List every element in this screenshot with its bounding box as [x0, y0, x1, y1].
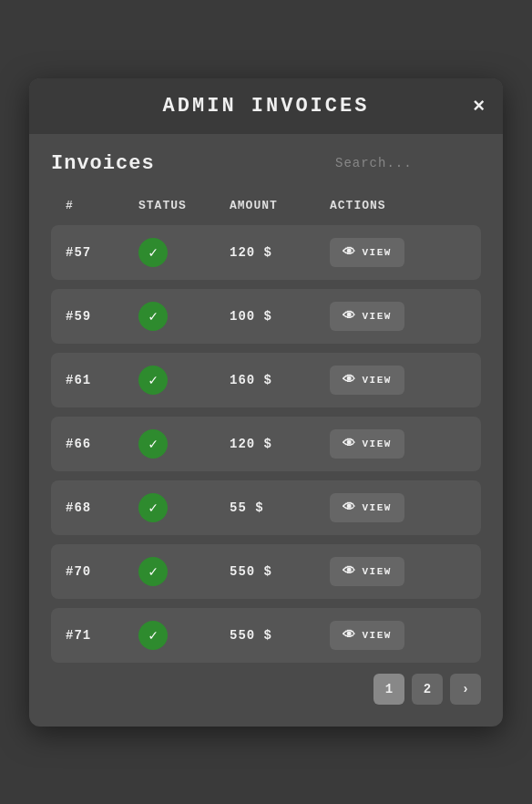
status-badge: ✓ — [138, 557, 168, 586]
actions-cell: 👁 VIEW — [330, 302, 448, 331]
amount-cell: 120 $ — [230, 245, 330, 260]
table-row: #59 ✓ 100 $ 👁 VIEW — [51, 289, 481, 344]
invoices-header: Invoices — [51, 152, 481, 175]
status-cell: ✓ — [138, 238, 230, 267]
check-icon: ✓ — [148, 499, 158, 517]
table-row: #68 ✓ 55 $ 👁 VIEW — [51, 480, 481, 535]
amount-cell: 120 $ — [230, 437, 330, 451]
invoice-id: #66 — [66, 437, 138, 451]
actions-cell: 👁 VIEW — [330, 493, 448, 522]
view-label: VIEW — [363, 502, 392, 513]
actions-cell: 👁 VIEW — [330, 366, 448, 395]
modal-overlay: ADMIN INVOICES × Invoices # Status Amoun… — [0, 0, 532, 804]
check-icon: ✓ — [148, 626, 158, 644]
view-label: VIEW — [363, 438, 392, 449]
status-badge: ✓ — [138, 429, 168, 459]
invoices-section-title: Invoices — [51, 152, 155, 175]
table-row: #61 ✓ 160 $ 👁 VIEW — [51, 353, 481, 407]
invoice-rows-container: #57 ✓ 120 $ 👁 VIEW #59 ✓ 100 $ — [51, 225, 481, 663]
check-icon: ✓ — [148, 371, 158, 389]
status-badge: ✓ — [138, 238, 168, 267]
next-page-button[interactable]: › — [450, 674, 481, 705]
col-header-number: # — [66, 199, 138, 212]
view-button[interactable]: 👁 VIEW — [330, 493, 404, 522]
view-button[interactable]: 👁 VIEW — [330, 238, 404, 267]
check-icon: ✓ — [148, 307, 158, 325]
invoice-id: #57 — [66, 245, 138, 260]
status-badge: ✓ — [138, 302, 168, 331]
amount-cell: 100 $ — [230, 309, 330, 324]
invoice-id: #68 — [66, 500, 138, 515]
view-button[interactable]: 👁 VIEW — [330, 366, 404, 395]
close-button[interactable]: × — [473, 96, 485, 116]
amount-cell: 550 $ — [230, 628, 330, 643]
page-1-button[interactable]: 1 — [373, 674, 404, 705]
amount-cell: 55 $ — [230, 500, 330, 515]
view-label: VIEW — [363, 630, 392, 641]
status-cell: ✓ — [138, 557, 230, 586]
invoice-id: #70 — [66, 564, 138, 579]
col-header-actions: Actions — [330, 199, 448, 212]
actions-cell: 👁 VIEW — [330, 557, 448, 586]
amount-cell: 160 $ — [230, 373, 330, 387]
eye-icon: 👁 — [343, 500, 357, 515]
table-header: # Status Amount Actions — [51, 190, 481, 222]
view-label: VIEW — [363, 311, 392, 322]
search-input[interactable] — [335, 156, 481, 170]
modal: ADMIN INVOICES × Invoices # Status Amoun… — [29, 78, 503, 727]
pagination: 1 2 › — [51, 674, 481, 708]
eye-icon: 👁 — [343, 437, 357, 451]
status-cell: ✓ — [138, 621, 230, 650]
status-cell: ✓ — [138, 302, 230, 331]
invoice-id: #71 — [66, 628, 138, 643]
status-badge: ✓ — [138, 493, 168, 522]
table-row: #66 ✓ 120 $ 👁 VIEW — [51, 417, 481, 471]
status-badge: ✓ — [138, 366, 168, 395]
view-label: VIEW — [363, 375, 392, 386]
col-header-status: Status — [138, 199, 230, 212]
actions-cell: 👁 VIEW — [330, 238, 448, 267]
view-label: VIEW — [363, 247, 392, 258]
view-button[interactable]: 👁 VIEW — [330, 557, 404, 586]
amount-cell: 550 $ — [230, 564, 330, 579]
status-cell: ✓ — [138, 429, 230, 459]
modal-title: ADMIN INVOICES — [163, 95, 370, 118]
modal-body: Invoices # Status Amount Actions #57 ✓ 1… — [29, 134, 503, 727]
view-button[interactable]: 👁 VIEW — [330, 429, 404, 459]
check-icon: ✓ — [148, 435, 158, 453]
col-header-amount: Amount — [230, 199, 330, 212]
eye-icon: 👁 — [343, 373, 357, 387]
page-2-button[interactable]: 2 — [412, 674, 443, 705]
table-row: #71 ✓ 550 $ 👁 VIEW — [51, 608, 481, 663]
status-badge: ✓ — [138, 621, 168, 650]
invoice-id: #59 — [66, 309, 138, 324]
view-label: VIEW — [363, 566, 392, 577]
eye-icon: 👁 — [343, 564, 357, 579]
view-button[interactable]: 👁 VIEW — [330, 302, 404, 331]
eye-icon: 👁 — [343, 628, 357, 643]
actions-cell: 👁 VIEW — [330, 429, 448, 459]
eye-icon: 👁 — [343, 309, 357, 324]
modal-header: ADMIN INVOICES × — [29, 78, 503, 134]
check-icon: ✓ — [148, 562, 158, 581]
table-row: #57 ✓ 120 $ 👁 VIEW — [51, 225, 481, 280]
check-icon: ✓ — [148, 243, 158, 262]
eye-icon: 👁 — [343, 245, 357, 260]
status-cell: ✓ — [138, 493, 230, 522]
invoice-id: #61 — [66, 373, 138, 387]
table-row: #70 ✓ 550 $ 👁 VIEW — [51, 544, 481, 599]
status-cell: ✓ — [138, 366, 230, 395]
actions-cell: 👁 VIEW — [330, 621, 448, 650]
view-button[interactable]: 👁 VIEW — [330, 621, 404, 650]
